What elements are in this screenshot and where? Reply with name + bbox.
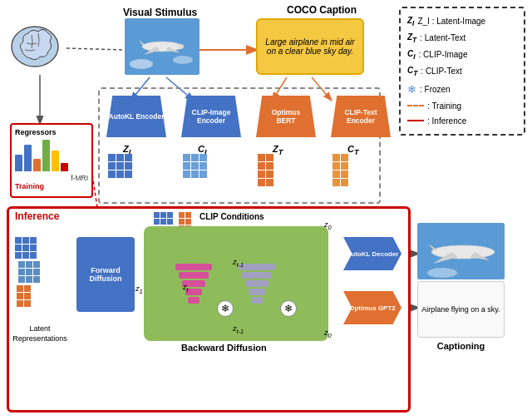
svg-point-18	[177, 44, 184, 49]
autokl-decoder: AutoKL Decoder	[343, 237, 401, 270]
fmri-label: f-MRI	[15, 174, 88, 182]
fmri-box: Regressors f-MRI Training	[10, 123, 93, 198]
z1-label: z1	[135, 284, 143, 295]
latent-zt-label: ZT	[273, 144, 283, 156]
caption-text-box: Large airplane in mid air on a clear blu…	[256, 18, 364, 75]
svg-line-0	[66, 48, 125, 50]
ci-grid	[183, 154, 207, 178]
clip-text-encoder: CLIP-TextEncoder	[331, 96, 391, 137]
training-label: Training	[15, 182, 88, 190]
clip-image-encoder: CLIP-ImageEncoder	[181, 96, 241, 137]
svg-point-22	[431, 245, 495, 259]
clip-cond-blue-grid	[154, 212, 173, 225]
backward-diffusion-label: Backward Diffusion	[181, 343, 267, 353]
reconstruction-image	[417, 223, 505, 279]
svg-point-20	[173, 56, 193, 64]
zi-grid	[108, 154, 132, 178]
optimus-bert: OptimusBERT	[256, 96, 316, 137]
legend-ct: CT : CLIP-Text	[407, 63, 517, 80]
zi-symbol: ZI	[407, 13, 414, 30]
training-arrow-icon	[407, 105, 424, 106]
autokl-encoder: AutoKL Encoder	[106, 96, 166, 137]
legend-training: : Training	[407, 99, 517, 114]
clip-conditions-label: CLIP Conditions	[200, 212, 264, 221]
legend-inference: : Inference	[407, 114, 517, 129]
frozen-badge-left: ❄	[217, 300, 234, 317]
coco-caption-label: COCO Caption	[287, 4, 357, 16]
visual-stimulus-label: Visual Stimulus	[123, 7, 197, 18]
inference-arrow-icon	[407, 120, 424, 121]
frozen-badge-right: ❄	[280, 300, 297, 317]
zt-grid	[258, 154, 273, 186]
legend-zi: ZI Z_I : Latent-Image	[407, 13, 517, 30]
latent-ct-label: CT	[347, 144, 359, 156]
captioning-label: Captioning	[417, 341, 505, 351]
inference-label: Inference	[15, 210, 59, 222]
legend-frozen: ❄ : Frozen	[407, 80, 517, 99]
brain-image	[7, 18, 63, 75]
latent-stack	[15, 237, 40, 307]
zt-symbol: ZT	[407, 30, 416, 47]
svg-point-17	[142, 42, 182, 52]
airplane-image	[125, 18, 200, 75]
svg-point-19	[130, 59, 153, 69]
legend-zt: ZT : Latent-Text	[407, 30, 517, 47]
diagram-container: Visual Stimulus COCO Caption	[0, 0, 532, 420]
legend-box: ZI Z_I : Latent-Image ZT : Latent-Text C…	[399, 7, 525, 136]
zt-minus1-bottom-label: zt-1	[233, 324, 244, 335]
z0-bottom-label: z0	[324, 329, 332, 339]
forward-diffusion-box: Forward Diffusion	[76, 237, 135, 312]
legend-ci: CI : CLIP-Image	[407, 47, 517, 63]
regressors-label: Regressors	[15, 128, 88, 136]
ci-symbol: CI	[407, 47, 416, 63]
ct-grid	[332, 154, 348, 186]
z0-top-label: z0	[324, 220, 332, 231]
latent-representations-label: Latent Representations	[10, 324, 70, 343]
optimus-gpt2: Optimus GPT2	[343, 291, 401, 324]
svg-point-23	[427, 268, 457, 278]
unet-decoder-right	[239, 264, 275, 304]
unet-encoder-left	[175, 264, 212, 304]
ct-symbol: CT	[407, 63, 417, 80]
zt-arrow-label: zt	[183, 283, 189, 294]
captioning-output-box: Airplane flying on a sky.	[417, 281, 505, 338]
snowflake-icon: ❄	[407, 80, 416, 99]
zt-minus1-label: zt-1	[233, 258, 244, 269]
